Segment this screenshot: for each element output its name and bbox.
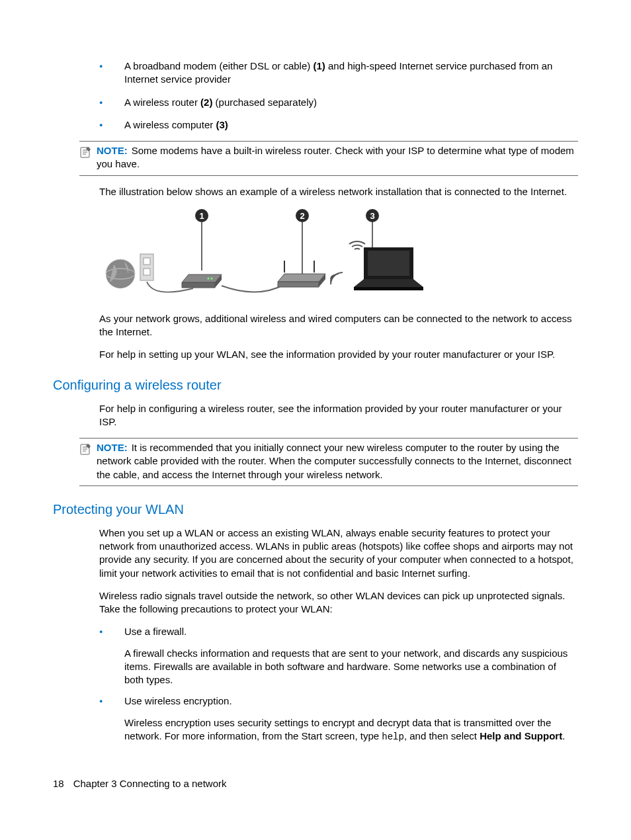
note-content: NOTE:Some modems have a built-in wireles… [97,144,578,171]
illustration-intro: The illustration below shows an example … [99,185,578,198]
network-diagram: 1 2 3 [99,208,437,300]
note-body: It is recommended that you initially con… [97,442,571,480]
precaution-head: Use a firewall. [124,626,187,637]
list-item: Use wireless encryption. Wireless encryp… [99,694,578,743]
precaution-body: Wireless encryption uses security settin… [124,716,578,743]
item-ref: (2) [200,97,212,108]
heading-configuring: Configuring a wireless router [53,376,578,394]
precaution-head: Use wireless encryption. [124,695,232,706]
svg-text:3: 3 [370,211,374,221]
note-label: NOTE: [97,442,128,453]
svg-text:1: 1 [199,211,204,221]
svg-rect-14 [144,269,150,275]
list-item: A wireless router (2) (purchased separat… [99,96,578,109]
note-icon [79,442,93,456]
note-content: NOTE:It is recommended that you initiall… [97,441,578,482]
note-icon [79,146,93,159]
text-b: , and then select [404,730,480,741]
heading-protecting: Protecting your WLAN [53,501,578,519]
note-box: NOTE:It is recommended that you initiall… [79,438,578,486]
precautions-list: Use a firewall. A firewall checks inform… [99,625,578,743]
list-item: Use a firewall. A firewall checks inform… [99,625,578,687]
chapter-label: Chapter 3 Connecting to a network [73,778,227,789]
protect-para-1: When you set up a WLAN or access an exis… [99,526,578,580]
page-number: 18 [53,778,64,789]
svg-rect-13 [144,258,150,265]
item-ref: (3) [216,119,228,130]
note-body: Some modems have a built-in wireless rou… [97,145,574,169]
list-item: A wireless computer (3) [99,118,578,132]
help-wlan-para: For help in setting up your WLAN, see th… [99,348,578,361]
list-item: A broadband modem (either DSL or cable) … [99,60,578,87]
inline-code: help [382,732,404,742]
svg-point-15 [208,277,210,279]
item-text-a: A wireless computer [124,119,216,130]
item-text-a: A wireless router [124,97,200,108]
network-grows-para: As your network grows, additional wirele… [99,312,578,339]
item-text-a: A broadband modem (either DSL or cable) [124,60,313,71]
note-box: NOTE:Some modems have a built-in wireles… [79,141,578,176]
text-c: . [562,730,565,741]
page-footer: 18Chapter 3 Connecting to a network [53,777,227,790]
svg-point-16 [211,277,213,279]
item-text-b: (purchased separately) [212,97,317,108]
bold-text: Help and Support [480,730,562,741]
precaution-body: A firewall checks information and reques… [124,647,578,687]
note-label: NOTE: [97,145,128,156]
svg-text:2: 2 [300,211,304,221]
equipment-list: A broadband modem (either DSL or cable) … [99,60,578,132]
item-ref: (1) [313,60,325,71]
protect-para-2: Wireless radio signals travel outside th… [99,589,578,616]
config-para: For help in configuring a wireless route… [99,402,578,429]
